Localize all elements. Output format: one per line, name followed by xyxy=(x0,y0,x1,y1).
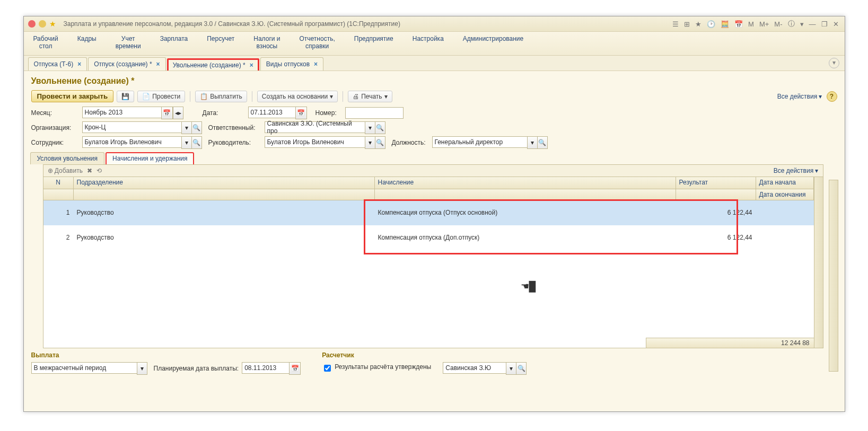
print-button[interactable]: 🖨Печать▾ xyxy=(348,91,392,102)
expand-tabs-icon[interactable]: ▾ xyxy=(829,58,839,68)
separator xyxy=(190,91,190,102)
menu-reports[interactable]: Отчетность, справки xyxy=(290,32,345,55)
tool-icon[interactable]: ☰ xyxy=(671,20,680,28)
col-department[interactable]: Подразделение xyxy=(74,177,375,189)
date-input[interactable]: 07.11.2013 📅 xyxy=(248,107,307,119)
menu-enterprise[interactable]: Предприятие xyxy=(345,32,403,55)
chevron-down-icon[interactable]: ▾ xyxy=(181,121,192,134)
create-based-button[interactable]: Создать на основании▾ xyxy=(257,91,338,102)
post-and-close-button[interactable]: Провести и закрыть xyxy=(31,90,114,102)
payout-period-input[interactable]: В межрасчетный период ▾ xyxy=(31,362,147,375)
col-result[interactable]: Результат xyxy=(676,177,756,189)
doc-tab-vacations[interactable]: Отпуска (Т-6)× xyxy=(28,57,87,71)
search-icon[interactable]: 🔍 xyxy=(192,121,202,134)
search-icon[interactable]: 🔍 xyxy=(538,136,548,149)
print-icon: 🖨 xyxy=(353,93,359,100)
pos-input[interactable]: Генеральный директор ▾ 🔍 xyxy=(432,136,548,149)
pay-icon: 📋 xyxy=(200,93,208,100)
date-label: Дата: xyxy=(203,109,245,117)
dropdown-icon[interactable]: ▾ xyxy=(799,20,805,28)
window-close-icon[interactable]: ✕ xyxy=(831,20,840,28)
grid-header: N Подразделение Начисление Результат Дат… xyxy=(43,177,814,189)
search-icon[interactable]: 🔍 xyxy=(375,136,385,149)
org-label: Организация: xyxy=(31,124,79,131)
add-button[interactable]: ⊕ Добавить xyxy=(48,167,83,174)
m-minus-button[interactable]: M- xyxy=(773,20,784,28)
org-input[interactable]: Крон-Ц ▾ 🔍 xyxy=(82,121,202,134)
tab-accruals[interactable]: Начисления и удержания xyxy=(106,152,194,164)
chevron-down-icon[interactable]: ▾ xyxy=(506,362,516,375)
menu-salary[interactable]: Зарплата xyxy=(151,32,198,55)
number-label: Номер: xyxy=(315,109,342,117)
chevron-down-icon[interactable]: ▾ xyxy=(365,121,375,134)
col-date-start[interactable]: Дата начала xyxy=(756,177,814,189)
pay-button[interactable]: 📋Выплатить xyxy=(195,91,247,102)
window-close-dot[interactable] xyxy=(28,20,36,28)
m-button[interactable]: M xyxy=(747,20,756,28)
resp-input[interactable]: Савинская З.Ю. (Системный про ▾ 🔍 xyxy=(265,121,385,134)
table-row[interactable]: 1 Руководство Компенсация отпуска (Отпус… xyxy=(43,200,814,225)
month-input[interactable]: Ноябрь 2013 📅 ◂▸ xyxy=(82,107,183,119)
mgr-input[interactable]: Булатов Игорь Виленович ▾ 🔍 xyxy=(265,136,385,149)
grid-scrollbar[interactable] xyxy=(814,177,823,348)
grid-all-actions[interactable]: Все действия ▾ xyxy=(774,167,819,174)
stepper-icon[interactable]: ◂▸ xyxy=(173,107,183,119)
close-icon[interactable]: × xyxy=(77,60,81,68)
tool-icon[interactable]: 🕑 xyxy=(705,20,717,28)
tool-icon[interactable]: ⊞ xyxy=(682,20,691,28)
close-icon[interactable]: × xyxy=(156,60,160,68)
chevron-down-icon[interactable]: ▾ xyxy=(181,136,192,149)
window-title: Зарплата и управление персоналом, редакц… xyxy=(64,20,668,28)
calculator-input[interactable]: Савинская З.Ю ▾ 🔍 xyxy=(443,362,527,375)
window-maximize-icon[interactable]: ❐ xyxy=(820,20,829,28)
calendar-icon[interactable]: 📅 xyxy=(289,362,301,375)
chevron-down-icon[interactable]: ▾ xyxy=(527,136,538,149)
all-actions-link[interactable]: Все действия ▾ xyxy=(777,93,822,100)
favorite-icon[interactable]: ★ xyxy=(49,20,56,28)
menu-taxes[interactable]: Налоги и взносы xyxy=(244,32,290,55)
menu-persaccount[interactable]: Персучет xyxy=(197,32,244,55)
calendar-icon[interactable]: 📅 xyxy=(161,107,173,119)
close-icon[interactable]: × xyxy=(250,61,253,69)
toolbar-icon[interactable]: ⟲ xyxy=(97,167,102,174)
separator xyxy=(252,91,252,102)
window-min-dot[interactable] xyxy=(39,20,46,28)
search-icon[interactable]: 🔍 xyxy=(192,136,202,149)
results-approved-checkbox[interactable]: Результаты расчёта утверждены xyxy=(322,364,431,373)
search-icon[interactable]: 🔍 xyxy=(375,121,385,134)
doc-tab-vacation-types[interactable]: Виды отпусков× xyxy=(260,57,323,71)
info-icon[interactable]: ⓘ xyxy=(786,19,796,29)
menu-timetracking[interactable]: Учет времени xyxy=(106,32,151,55)
menu-admin[interactable]: Администрирование xyxy=(453,32,533,55)
tool-icon[interactable]: ★ xyxy=(694,20,703,28)
table-row[interactable]: 2 Руководство Компенсация отпуска (Доп.о… xyxy=(43,225,814,250)
post-button[interactable]: 📄Провести xyxy=(137,91,185,102)
toolbar-icon[interactable]: ✖ xyxy=(87,167,92,174)
doc-tab-dismissal-create[interactable]: Увольнение (создание) *× xyxy=(167,58,259,71)
m-plus-button[interactable]: M+ xyxy=(758,20,770,28)
calendar-icon[interactable]: 📅 xyxy=(733,20,744,28)
plan-date-input[interactable]: 08.11.2013 📅 xyxy=(242,362,301,375)
menu-personnel[interactable]: Кадры xyxy=(68,32,106,55)
col-accrual[interactable]: Начисление xyxy=(375,177,676,189)
search-icon[interactable]: 🔍 xyxy=(516,362,527,375)
accruals-grid: N Подразделение Начисление Результат Дат… xyxy=(43,177,823,348)
window-minimize-icon[interactable]: — xyxy=(808,20,818,28)
chevron-down-icon[interactable]: ▾ xyxy=(137,362,147,375)
chevron-down-icon[interactable]: ▾ xyxy=(365,136,375,149)
calculator-icon[interactable]: 🧮 xyxy=(719,20,731,28)
menu-desktop[interactable]: Рабочий стол xyxy=(24,32,68,55)
emp-label: Сотрудник: xyxy=(31,139,79,146)
menu-settings[interactable]: Настройка xyxy=(403,32,453,55)
col-date-end[interactable]: Дата окончания xyxy=(756,189,814,200)
page-scrollbar[interactable] xyxy=(829,180,838,372)
calendar-icon[interactable]: 📅 xyxy=(295,107,307,119)
col-n[interactable]: N xyxy=(43,177,74,189)
tab-conditions[interactable]: Условия увольнения xyxy=(30,152,105,164)
help-icon[interactable]: ? xyxy=(827,91,837,102)
close-icon[interactable]: × xyxy=(314,60,318,68)
number-input[interactable] xyxy=(345,107,404,119)
save-button[interactable]: 💾 xyxy=(117,91,134,102)
doc-tab-vacation-create[interactable]: Отпуск (создание) *× xyxy=(88,57,165,71)
emp-input[interactable]: Булатов Игорь Виленович ▾ 🔍 xyxy=(82,136,202,149)
